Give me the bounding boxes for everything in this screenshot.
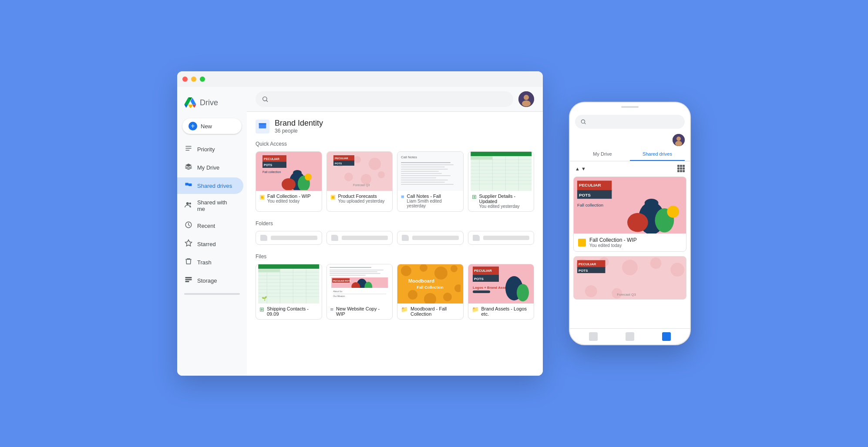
svg-rect-54 xyxy=(471,156,479,160)
brand-assets-art: PECULIAR POTS Logos + Brand Assets xyxy=(471,264,532,304)
recent-icon xyxy=(184,221,193,230)
file-card-supplier-details[interactable]: ⊞ Supplier Details - Updated You edited … xyxy=(468,151,535,212)
grid-dot-9 xyxy=(683,170,685,172)
svg-point-26 xyxy=(282,178,296,190)
starred-icon xyxy=(184,239,193,249)
file-type-icon-brand-assets: 📁 xyxy=(472,306,479,313)
priority-icon xyxy=(184,144,193,154)
grid-dot-1 xyxy=(677,165,680,167)
file-name-1: Fall Collection - WIP xyxy=(267,193,311,199)
folder-item-1[interactable] xyxy=(256,231,322,245)
svg-text:POTS: POTS xyxy=(579,193,591,197)
svg-point-31 xyxy=(369,158,381,170)
folder-item-4[interactable] xyxy=(468,231,535,245)
svg-text:Moodboard: Moodboard xyxy=(408,278,434,284)
my-drive-icon xyxy=(184,163,193,172)
grid-dot-2 xyxy=(680,165,682,167)
svg-text:Forecast Q3: Forecast Q3 xyxy=(353,183,370,187)
file-card-fall-collection[interactable]: PECULIAR POTS Fall collection xyxy=(256,151,322,212)
main-scene: Drive + New Priority My Drive xyxy=(177,71,691,376)
file-type-icon-2: ▣ xyxy=(330,193,336,200)
svg-rect-3 xyxy=(185,183,189,186)
file-card-moodboard[interactable]: Moodboard Fall Collection 📁 Moodboard - … xyxy=(397,264,464,320)
file-card-shipping[interactable]: 🌱 ⊞ Shipping Contacts - 09.09 xyxy=(256,264,322,320)
phone-file-card-main[interactable]: PECULIAR POTS Fall collection Fall xyxy=(573,177,686,252)
file-card-brand-assets[interactable]: PECULIAR POTS Logos + Brand Assets xyxy=(468,264,535,320)
sidebar-item-starred-label: Starred xyxy=(197,241,216,247)
search-bar[interactable] xyxy=(256,91,513,107)
file-name-website: New Website Copy - WIP xyxy=(336,306,389,317)
phone-bottom-icon-3[interactable] xyxy=(662,332,671,341)
call-notes-header: Call Notes xyxy=(401,155,460,159)
svg-rect-79 xyxy=(331,288,388,299)
svg-point-86 xyxy=(434,267,447,280)
trash-icon xyxy=(184,257,193,267)
file-name-2: Product Forecasts xyxy=(338,193,385,199)
file-name-3: Call Notes - Fall xyxy=(407,193,460,199)
file-name-shipping: Shipping Contacts - 09.09 xyxy=(267,306,318,317)
file-type-icon-3: ≡ xyxy=(401,193,404,200)
svg-point-6 xyxy=(189,203,191,205)
grid-view-icon[interactable] xyxy=(677,165,685,172)
phone-status-bar xyxy=(570,103,690,111)
folder-item-2[interactable] xyxy=(326,231,393,245)
svg-point-30 xyxy=(354,156,361,163)
sidebar-item-shared-with-me[interactable]: Shared with me xyxy=(177,196,243,216)
sidebar-item-priority[interactable]: Priority xyxy=(177,141,243,157)
phone-file-name: Fall Collection - WIP xyxy=(589,237,682,243)
file-card-product-forecasts[interactable]: PECULIAR POTS Forecast Q3 ▣ xyxy=(326,151,393,212)
search-icon xyxy=(262,96,269,103)
phone-bottom-icon-2[interactable] xyxy=(626,332,634,341)
file-meta-3: Liam Smith edited yesterday xyxy=(407,199,460,208)
sidebar-item-shared-drives[interactable]: Shared drives xyxy=(177,177,243,194)
svg-text:POTS: POTS xyxy=(335,162,342,165)
avatar-icon xyxy=(518,91,534,107)
phone-file-type-icon xyxy=(578,239,586,247)
folder-placeholder-1 xyxy=(271,236,317,240)
phone-tab-shared-drives[interactable]: Shared drives xyxy=(630,148,685,161)
file-info-shipping: ⊞ Shipping Contacts - 09.09 xyxy=(256,304,322,319)
sidebar-item-starred[interactable]: Starred xyxy=(177,236,243,252)
sidebar-item-recent[interactable]: Recent xyxy=(177,217,243,234)
sidebar-item-storage[interactable]: Storage xyxy=(177,272,243,289)
folder-item-3[interactable] xyxy=(397,231,464,245)
grid-dot-5 xyxy=(680,167,682,170)
svg-point-32 xyxy=(344,173,353,181)
sidebar-item-trash[interactable]: Trash xyxy=(177,254,243,270)
brand-title-area: Brand Identity 36 people xyxy=(275,119,323,134)
file-thumbnail-brand-assets: PECULIAR POTS Logos + Brand Assets xyxy=(468,264,534,304)
sidebar-item-my-drive[interactable]: My Drive xyxy=(177,159,243,176)
folder-icon-3 xyxy=(402,235,409,241)
drive-logo: Drive xyxy=(177,94,247,115)
file-thumbnail-website: PECULIAR POTS About Us: Our Mission: xyxy=(327,264,393,304)
sidebar-item-trash-label: Trash xyxy=(197,259,212,266)
svg-text:Fall collection: Fall collection xyxy=(577,203,603,207)
svg-text:PECULIAR: PECULIAR xyxy=(474,269,492,273)
file-thumbnail-moodboard: Moodboard Fall Collection xyxy=(397,264,463,304)
phone-bottom-icon-1[interactable] xyxy=(589,332,598,341)
svg-point-121 xyxy=(622,260,638,275)
phone-second-file-card[interactable]: PECULIAR POTS Forecast Q3 xyxy=(573,256,686,300)
svg-rect-9 xyxy=(185,279,192,280)
svg-point-123 xyxy=(670,263,684,277)
minimize-button[interactable] xyxy=(191,77,196,82)
svg-point-122 xyxy=(650,257,662,269)
svg-text:PECULIAR POTS: PECULIAR POTS xyxy=(333,280,351,282)
files-label: Files xyxy=(256,254,534,260)
avatar[interactable] xyxy=(518,91,534,107)
file-card-website[interactable]: PECULIAR POTS About Us: Our Mission: xyxy=(326,264,393,320)
file-thumbnail-4 xyxy=(468,152,534,191)
svg-point-106 xyxy=(675,141,682,146)
new-plus-icon: + xyxy=(188,122,197,130)
close-button[interactable] xyxy=(182,77,188,82)
fullscreen-button[interactable] xyxy=(200,77,205,82)
new-button[interactable]: + New xyxy=(182,118,242,134)
phone-search-bar[interactable] xyxy=(575,115,685,129)
svg-rect-100 xyxy=(473,290,490,293)
sort-option[interactable]: ▲ ▼ xyxy=(575,166,586,171)
phone-tab-my-drive[interactable]: My Drive xyxy=(575,148,630,161)
file-thumbnail-shipping: 🌱 xyxy=(256,264,322,304)
file-type-icon-1: ▣ xyxy=(259,193,265,200)
phone-avatar[interactable] xyxy=(673,134,685,146)
file-card-call-notes[interactable]: Call Notes xyxy=(397,151,464,212)
